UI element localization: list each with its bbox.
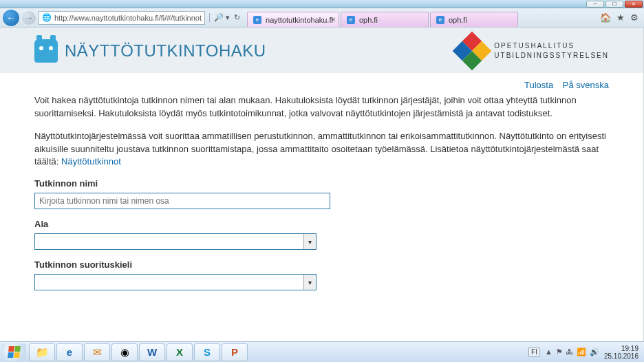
favicon-icon: e [436, 16, 444, 24]
close-tab-icon[interactable]: ✕ [330, 16, 336, 23]
browser-tools: 🏠 ★ ⚙ [600, 12, 641, 23]
nayttotutkinnot-link[interactable]: Näyttötutkinnot [61, 156, 121, 167]
suorituskieli-label: Tutkinnon suorituskieli [34, 259, 609, 270]
action-center-icon[interactable]: ⚑ [556, 348, 563, 356]
tray-up-icon[interactable]: ▲ [545, 348, 552, 356]
close-window-button[interactable]: ✕ [625, 1, 643, 8]
intro-paragraph-1: Voit hakea näyttötutkintoja tutkinnon ni… [34, 94, 609, 120]
tab-label: nayttotutkintohaku.fi [266, 16, 333, 24]
word-icon[interactable]: W [139, 343, 165, 361]
tools-icon[interactable]: ⚙ [630, 12, 638, 23]
tab-label: oph.fi [449, 16, 467, 24]
top-links: Tulosta På svenska [34, 80, 609, 90]
favicon-icon: e [253, 16, 261, 24]
tray-icons[interactable]: ▲ ⚑ 🖧 📶 🔊 [544, 348, 600, 356]
home-icon[interactable]: 🏠 [600, 12, 611, 23]
network-icon[interactable]: 🖧 [566, 348, 573, 356]
start-button[interactable] [1, 343, 26, 361]
system-tray: FI ▲ ⚑ 🖧 📶 🔊 19:19 25.10.2016 [528, 345, 643, 360]
clock-time: 19:19 [604, 345, 638, 352]
intro-paragraph-2: Näyttötutkintojärjestelmässä voit suorit… [34, 130, 609, 169]
battery-icon[interactable]: 📶 [577, 348, 586, 356]
site-title: NÄYTTÖTUTKINTOHAKU [65, 41, 266, 61]
browser-toolbar: ← → 🌐 http://www.nayttotutkintohaku.fi/f… [0, 8, 644, 28]
excel-icon[interactable]: X [167, 343, 193, 361]
oph-line1: OPETUSHALLITUS [494, 41, 609, 51]
clock-date: 25.10.2016 [604, 352, 638, 360]
nav-forward-button[interactable]: → [22, 11, 36, 25]
refresh-icon[interactable]: ↻ [234, 13, 240, 22]
tab-label: oph.fi [359, 16, 378, 24]
powerpoint-icon[interactable]: P [222, 343, 248, 361]
ala-label: Ala [34, 219, 609, 229]
minimize-button[interactable]: ─ [586, 1, 604, 8]
search-icon[interactable]: 🔎 ▾ [209, 13, 230, 22]
print-link[interactable]: Tulosta [524, 80, 553, 90]
oph-text: OPETUSHALLITUS UTBILDNINGSSTYRELSEN [494, 41, 609, 61]
favorites-icon[interactable]: ★ [616, 12, 625, 23]
page-content: Tulosta På svenska Voit hakea näyttötutk… [0, 73, 643, 311]
oph-logo[interactable]: OPETUSHALLITUS UTBILDNINGSSTYRELSEN [458, 37, 609, 65]
taskbar-clock[interactable]: 19:19 25.10.2016 [604, 345, 638, 360]
tutkinnon-nimi-input[interactable] [34, 193, 330, 209]
svenska-link[interactable]: På svenska [563, 80, 609, 90]
ie-icon[interactable]: e [56, 343, 83, 361]
oph-line2: UTBILDNINGSSTYRELSEN [494, 51, 609, 61]
windows-taskbar: 📁 e ✉ ◉ W X S P FI ▲ ⚑ 🖧 📶 🔊 19:19 25.10… [0, 341, 644, 362]
skype-icon[interactable]: S [194, 343, 220, 361]
pinned-apps: 📁 e ✉ ◉ W X S P [29, 343, 248, 361]
page-viewport[interactable]: NÄYTTÖTUTKINTOHAKU OPETUSHALLITUS UTBILD… [0, 28, 644, 341]
windows-icon [8, 346, 21, 358]
window-titlebar: ─ ☐ ✕ [0, 0, 644, 8]
address-bar[interactable]: 🌐 http://www.nayttotutkintohaku.fi/fi/#/… [39, 11, 205, 25]
chrome-icon[interactable]: ◉ [111, 343, 138, 361]
maximize-button[interactable]: ☐ [605, 1, 623, 8]
ala-select[interactable]: ▾ [34, 233, 316, 250]
nav-back-button[interactable]: ← [3, 10, 19, 26]
url-text: http://www.nayttotutkintohaku.fi/fi/#/tu… [54, 14, 202, 22]
volume-icon[interactable]: 🔊 [590, 348, 599, 356]
browser-tab[interactable]: e oph.fi [430, 12, 518, 27]
browser-tab[interactable]: e oph.fi [341, 12, 429, 27]
chevron-down-icon: ▾ [303, 234, 316, 249]
oph-diamond-icon [453, 32, 492, 71]
favicon-icon: e [347, 16, 355, 24]
chevron-down-icon: ▾ [303, 275, 316, 290]
suorituskieli-select[interactable]: ▾ [34, 274, 316, 290]
input-language[interactable]: FI [528, 348, 540, 356]
url-actions: 🔎 ▾ ↻ [209, 13, 240, 22]
name-label: Tutkinnon nimi [34, 178, 609, 189]
page-header: NÄYTTÖTUTKINTOHAKU OPETUSHALLITUS UTBILD… [0, 28, 643, 73]
tab-strip: e nayttotutkintohaku.fi ✕ e oph.fi e oph… [247, 8, 519, 27]
explorer-icon[interactable]: 📁 [29, 343, 55, 361]
monster-icon [34, 39, 58, 63]
site-brand[interactable]: NÄYTTÖTUTKINTOHAKU [34, 39, 266, 63]
globe-icon: 🌐 [42, 13, 52, 22]
browser-tab[interactable]: e nayttotutkintohaku.fi ✕ [247, 12, 339, 27]
outlook-icon[interactable]: ✉ [84, 343, 110, 361]
